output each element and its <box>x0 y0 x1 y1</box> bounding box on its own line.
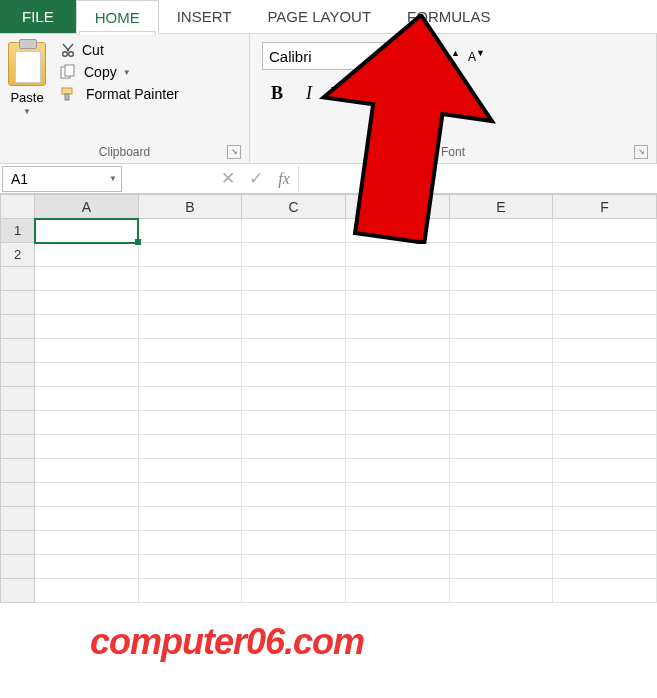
cell[interactable] <box>35 555 139 579</box>
tab-insert[interactable]: INSERT <box>159 0 250 33</box>
cell[interactable] <box>345 363 449 387</box>
select-all-corner[interactable] <box>1 195 35 219</box>
column-header[interactable]: A <box>35 195 139 219</box>
cell[interactable] <box>449 555 553 579</box>
row-header[interactable] <box>1 579 35 603</box>
cell[interactable] <box>138 459 242 483</box>
cell[interactable] <box>35 243 139 267</box>
copy-button[interactable]: Copy ▼ <box>60 64 179 80</box>
cell[interactable] <box>345 267 449 291</box>
cell[interactable] <box>449 531 553 555</box>
cell[interactable] <box>242 555 346 579</box>
cell[interactable] <box>35 315 139 339</box>
cell[interactable] <box>35 387 139 411</box>
cell[interactable] <box>138 531 242 555</box>
cell[interactable] <box>553 339 657 363</box>
cell[interactable] <box>138 483 242 507</box>
cut-button[interactable]: Cut <box>60 42 179 58</box>
cell[interactable] <box>553 579 657 603</box>
tab-home[interactable]: HOME <box>76 0 159 34</box>
enter-formula-button[interactable]: ✓ <box>242 168 270 189</box>
cell[interactable] <box>35 267 139 291</box>
cell[interactable] <box>242 339 346 363</box>
cell[interactable] <box>138 219 242 243</box>
name-box-caret[interactable]: ▼ <box>109 174 117 183</box>
cell[interactable] <box>242 579 346 603</box>
cell[interactable] <box>138 363 242 387</box>
cell[interactable] <box>449 267 553 291</box>
cell[interactable] <box>553 507 657 531</box>
cell[interactable] <box>345 387 449 411</box>
cell[interactable] <box>242 435 346 459</box>
cell[interactable] <box>449 219 553 243</box>
tab-formulas[interactable]: FORMULAS <box>389 0 508 33</box>
cell[interactable] <box>138 435 242 459</box>
cell[interactable] <box>345 315 449 339</box>
cell[interactable] <box>345 219 449 243</box>
cell[interactable] <box>242 531 346 555</box>
cell[interactable] <box>242 267 346 291</box>
cell[interactable] <box>553 459 657 483</box>
cancel-formula-button[interactable]: ✕ <box>214 168 242 189</box>
row-header[interactable] <box>1 411 35 435</box>
font-color-button[interactable]: A▼ <box>444 80 474 106</box>
row-header[interactable] <box>1 387 35 411</box>
cell[interactable] <box>449 435 553 459</box>
cell[interactable] <box>35 411 139 435</box>
cell[interactable] <box>345 555 449 579</box>
italic-button[interactable]: I <box>294 80 324 106</box>
tab-file[interactable]: FILE <box>0 0 76 33</box>
column-header[interactable]: B <box>138 195 242 219</box>
decrease-font-size-button[interactable]: A▼ <box>465 46 488 66</box>
cell[interactable] <box>553 411 657 435</box>
cell[interactable] <box>35 339 139 363</box>
fill-color-button[interactable]: ▼ <box>412 80 442 106</box>
cell[interactable] <box>242 291 346 315</box>
cell[interactable] <box>242 243 346 267</box>
cell[interactable] <box>449 483 553 507</box>
cell[interactable] <box>553 267 657 291</box>
cell[interactable] <box>449 459 553 483</box>
row-header[interactable] <box>1 435 35 459</box>
paste-button[interactable]: Paste ▼ <box>8 38 52 142</box>
cell[interactable] <box>35 531 139 555</box>
cell[interactable] <box>138 555 242 579</box>
clipboard-dialog-launcher[interactable]: ↘ <box>227 145 241 159</box>
cell[interactable] <box>553 363 657 387</box>
tab-page-layout[interactable]: PAGE LAYOUT <box>249 0 389 33</box>
cell[interactable] <box>553 435 657 459</box>
cell[interactable] <box>242 315 346 339</box>
cell[interactable] <box>242 507 346 531</box>
cell[interactable] <box>553 315 657 339</box>
cell[interactable] <box>242 219 346 243</box>
cell[interactable] <box>138 243 242 267</box>
cell[interactable] <box>345 435 449 459</box>
bold-button[interactable]: B <box>262 80 292 106</box>
underline-button[interactable]: U▼ <box>326 80 356 106</box>
cell[interactable] <box>345 459 449 483</box>
cell[interactable] <box>35 507 139 531</box>
column-header[interactable]: F <box>553 195 657 219</box>
cell[interactable] <box>35 435 139 459</box>
border-button[interactable]: ▼ <box>369 80 399 106</box>
row-header[interactable] <box>1 339 35 363</box>
cell[interactable] <box>553 291 657 315</box>
cell[interactable] <box>242 363 346 387</box>
cell[interactable] <box>345 411 449 435</box>
cell[interactable] <box>242 459 346 483</box>
cell[interactable] <box>35 579 139 603</box>
row-header[interactable]: 1 <box>1 219 35 243</box>
row-header[interactable] <box>1 363 35 387</box>
cell[interactable] <box>35 219 139 243</box>
row-header[interactable] <box>1 291 35 315</box>
cell[interactable] <box>449 339 553 363</box>
cell[interactable] <box>242 483 346 507</box>
cell[interactable] <box>553 243 657 267</box>
insert-function-button[interactable]: fx <box>270 170 298 188</box>
font-name-combobox[interactable]: Calibri ▼ <box>262 42 402 70</box>
cell[interactable] <box>138 267 242 291</box>
cell[interactable] <box>138 411 242 435</box>
cell[interactable] <box>553 531 657 555</box>
column-header[interactable]: C <box>242 195 346 219</box>
increase-font-size-button[interactable]: A▲ <box>438 46 463 67</box>
